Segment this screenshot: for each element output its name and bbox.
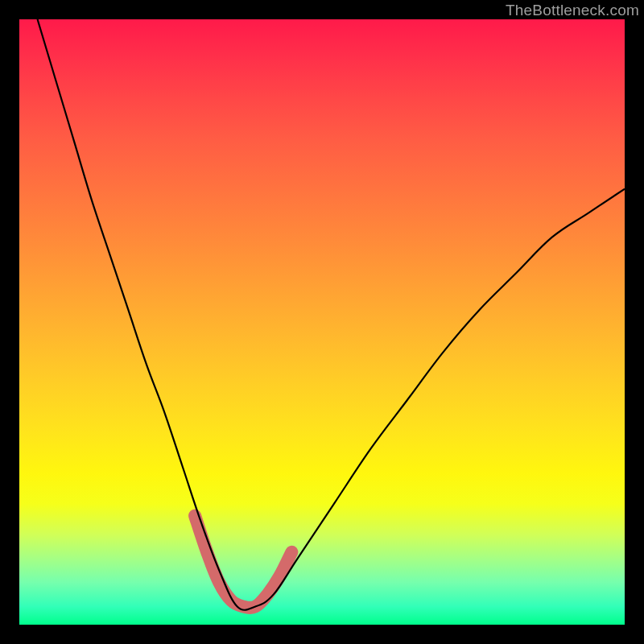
highlight-band [195,516,291,608]
watermark-text: TheBottleneck.com [506,2,639,19]
highlight-band-path [195,516,291,608]
plot-area [19,19,625,625]
chart-container: TheBottleneck.com [0,0,644,644]
main-curve [38,19,625,610]
bottleneck-curve-svg [19,19,625,625]
bottleneck-curve-path [38,19,625,610]
